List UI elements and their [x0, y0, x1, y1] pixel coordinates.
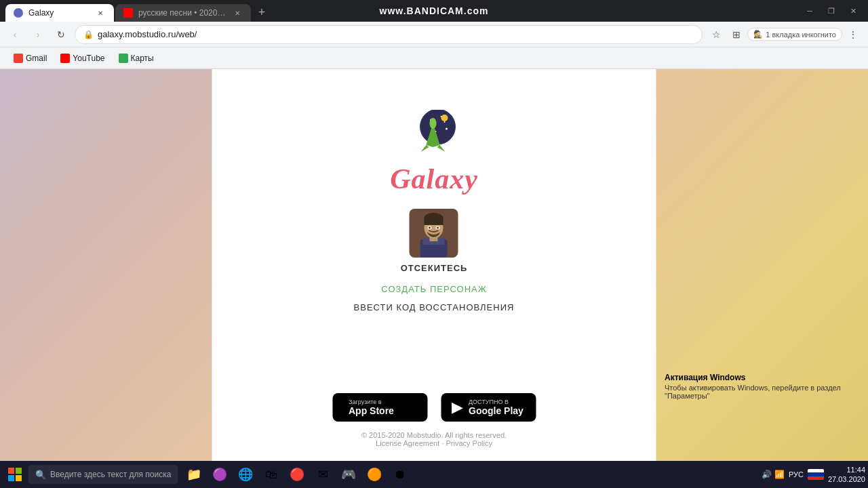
- taskbar-app-rec[interactable]: ⏺: [388, 462, 412, 487]
- lock-icon: 🔒: [83, 30, 94, 39]
- taskbar-app-orange[interactable]: 🟠: [362, 462, 387, 487]
- character-avatar[interactable]: [410, 209, 458, 258]
- app-store-text: Загрузите в App Store: [349, 399, 394, 416]
- taskbar-app-purple[interactable]: 🟣: [208, 462, 232, 487]
- incognito-indicator: 🕵 1 вкладка инкогнито: [747, 28, 842, 41]
- footer-copyright: © 2015-2020 Mobstudio. All rights reserv…: [361, 431, 507, 439]
- privacy-link[interactable]: Privacy Policy: [446, 439, 492, 447]
- bookmark-youtube-label: YouTube: [73, 54, 104, 63]
- rec-icon: ⏺: [394, 468, 406, 482]
- tray-network-icon: 🔊: [762, 470, 772, 479]
- footer-links: License Agreement · Privacy Policy: [376, 439, 492, 447]
- google-play-main: Google Play: [469, 405, 524, 416]
- google-play-text: ДОСТУПНО В Google Play: [469, 399, 524, 416]
- maps-favicon: [119, 54, 128, 63]
- restore-button[interactable]: ❐: [822, 4, 841, 18]
- star-button[interactable]: ☆: [707, 25, 726, 44]
- back-button[interactable]: ‹: [5, 25, 24, 44]
- svg-point-7: [441, 115, 448, 121]
- logo-area: Galaxy: [390, 110, 478, 195]
- bookmark-maps[interactable]: Карты: [113, 51, 159, 66]
- store-buttons: Загрузите в App Store ▶ ДОСТУПНО В Googl…: [332, 393, 536, 422]
- incognito-icon: 🕵: [753, 30, 763, 39]
- activation-sub: Чтобы активировать Windows, перейдите в …: [665, 384, 854, 400]
- windows-logo-icon: [8, 468, 22, 481]
- new-tab-button[interactable]: +: [252, 3, 271, 22]
- taskbar-app-mail[interactable]: ✉: [311, 462, 335, 487]
- language-flag: [808, 469, 824, 480]
- window-controls: ─ ❐ ✕: [800, 4, 863, 18]
- youtube-favicon: [60, 54, 70, 63]
- tab-galaxy-favicon: [14, 8, 23, 18]
- taskbar-app-explorer[interactable]: 📁: [182, 462, 206, 487]
- tab-galaxy-close[interactable]: ✕: [95, 7, 106, 18]
- license-link[interactable]: License Agreement: [376, 439, 439, 447]
- taskbar-app-red[interactable]: 🔴: [285, 462, 309, 487]
- windows-activation: Активация Windows Чтобы активировать Win…: [665, 373, 854, 400]
- app-store-main: App Store: [349, 405, 394, 416]
- svg-point-8: [429, 118, 436, 129]
- taskbar-app-chrome[interactable]: 🌐: [233, 462, 258, 487]
- character-name: ОТСЕКИТЕСЬ: [401, 263, 468, 273]
- logo-icon: [407, 110, 461, 157]
- bookmark-gmail-label: Gmail: [26, 54, 47, 63]
- menu-button[interactable]: ⋮: [844, 25, 863, 44]
- mail-icon: ✉: [318, 467, 328, 482]
- page-area: Galaxy: [0, 69, 868, 461]
- taskbar-apps: 📁 🟣 🌐 🛍 🔴 ✉ 🎮 🟠 ⏺: [182, 462, 412, 487]
- tab-galaxy[interactable]: Galaxy ✕: [5, 4, 114, 22]
- bookmark-youtube[interactable]: YouTube: [55, 51, 110, 66]
- title-bar: Galaxy ✕ русские песни • 2020 • но… ✕ + …: [0, 0, 868, 22]
- bookmark-maps-label: Карты: [131, 54, 154, 63]
- url-bar[interactable]: 🔒 galaxy.mobstudio.ru/web/: [75, 25, 703, 44]
- footer-area: Загрузите в App Store ▶ ДОСТУПНО В Googl…: [226, 393, 643, 461]
- incognito-label: 1 вкладка инкогнито: [766, 30, 836, 39]
- svg-rect-21: [16, 468, 22, 474]
- tray-icons: 🔊 📶: [762, 470, 785, 479]
- orange-app-icon: 🟠: [367, 467, 382, 482]
- galaxy-logo-text: Galaxy: [390, 163, 478, 195]
- svg-rect-22: [8, 475, 14, 481]
- keyboard-lang: РУС: [789, 470, 804, 479]
- create-character-link[interactable]: СОЗДАТЬ ПЕРСОНАЖ: [381, 284, 486, 294]
- taskbar-right: 🔊 📶 РУС 11:44 27.03.2020: [762, 465, 865, 485]
- svg-point-5: [446, 128, 448, 130]
- bookmark-gmail[interactable]: Gmail: [8, 51, 52, 66]
- red-app-icon: 🔴: [290, 467, 304, 482]
- tab-bar: Galaxy ✕ русские песни • 2020 • но… ✕ +: [5, 0, 271, 22]
- taskbar: 🔍 Введите здесь текст для поиска 📁 🟣 🌐 🛍…: [0, 461, 868, 488]
- system-clock: 11:44 27.03.2020: [828, 465, 865, 485]
- svg-rect-23: [16, 475, 22, 481]
- start-button[interactable]: [3, 462, 27, 487]
- svg-point-18: [429, 227, 431, 229]
- recovery-code-link[interactable]: ВВЕСТИ КОД ВОССТАНОВЛЕНИЯ: [354, 302, 515, 312]
- taskbar-app-steam[interactable]: 🎮: [336, 462, 361, 487]
- store-icon: 🛍: [265, 468, 277, 482]
- taskbar-app-store[interactable]: 🛍: [259, 462, 283, 487]
- minimize-button[interactable]: ─: [800, 4, 819, 18]
- tray-volume-icon: 📶: [774, 470, 785, 479]
- gmail-favicon: [14, 54, 23, 63]
- svg-rect-20: [8, 468, 14, 474]
- url-text: galaxy.mobstudio.ru/web/: [98, 29, 694, 39]
- google-play-sub: ДОСТУПНО В: [469, 399, 524, 405]
- tab-galaxy-label: Galaxy: [28, 8, 90, 18]
- extensions-button[interactable]: ⊞: [727, 25, 746, 44]
- content-panel: Galaxy: [212, 69, 656, 461]
- google-play-button[interactable]: ▶ ДОСТУПНО В Google Play: [441, 393, 536, 422]
- explorer-icon: 📁: [186, 467, 201, 482]
- tab-youtube[interactable]: русские песни • 2020 • но… ✕: [115, 4, 251, 22]
- app-store-button[interactable]: Загрузите в App Store: [332, 393, 427, 422]
- activation-title: Активация Windows: [665, 373, 854, 382]
- character-section: ОТСЕКИТЕСЬ: [401, 209, 468, 273]
- close-button[interactable]: ✕: [844, 4, 863, 18]
- taskbar-search[interactable]: 🔍 Введите здесь текст для поиска: [28, 465, 178, 484]
- clock-date: 27.03.2020: [828, 474, 865, 484]
- tab-youtube-favicon: [123, 8, 133, 18]
- google-play-icon: ▶: [452, 399, 463, 416]
- svg-rect-15: [425, 217, 443, 225]
- tab-youtube-close[interactable]: ✕: [232, 7, 243, 18]
- forward-button[interactable]: ›: [28, 25, 47, 44]
- bookmarks-bar: Gmail YouTube Карты: [0, 47, 868, 69]
- reload-button[interactable]: ↻: [52, 25, 71, 44]
